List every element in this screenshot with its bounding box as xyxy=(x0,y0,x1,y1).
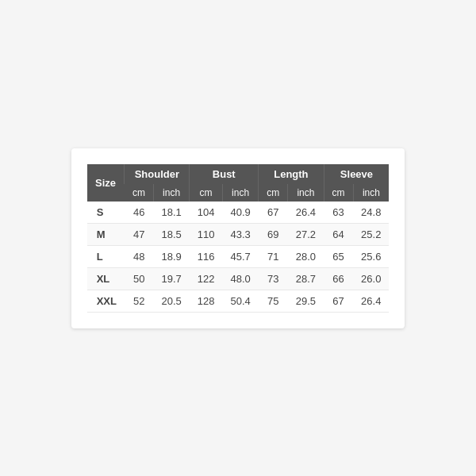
shoulder-cm-cell: 47 xyxy=(125,223,154,245)
size-cell: S xyxy=(87,202,125,224)
bust-cm-cell: 122 xyxy=(190,267,223,290)
length-cm-cell: 69 xyxy=(259,223,288,245)
table-row: M4718.511043.36927.26425.2 xyxy=(87,223,390,245)
bust-inch-cell: 50.4 xyxy=(222,290,258,312)
length-inch-header: inch xyxy=(288,184,324,202)
sleeve-inch-cell: 26.4 xyxy=(353,290,389,312)
bust-cm-cell: 110 xyxy=(190,223,223,245)
sleeve-cm-cell: 66 xyxy=(324,267,353,290)
table-row: L4818.911645.77128.06525.6 xyxy=(87,245,390,267)
shoulder-cm-cell: 50 xyxy=(125,267,154,290)
sleeve-inch-cell: 26.0 xyxy=(353,267,389,290)
shoulder-inch-header: inch xyxy=(153,184,189,202)
bust-inch-cell: 48.0 xyxy=(222,267,258,290)
sleeve-cm-header: cm xyxy=(324,184,353,202)
length-cm-cell: 67 xyxy=(259,202,288,224)
length-inch-cell: 26.4 xyxy=(288,202,324,224)
shoulder-cm-cell: 46 xyxy=(125,202,154,224)
sleeve-cm-cell: 64 xyxy=(324,223,353,245)
shoulder-inch-cell: 18.5 xyxy=(153,223,189,245)
shoulder-group-header: Shoulder xyxy=(125,164,190,184)
sleeve-inch-cell: 24.8 xyxy=(353,202,389,224)
sleeve-cm-cell: 65 xyxy=(324,245,353,267)
size-chart-container: Size Shoulder Bust Length Sleeve cm inch… xyxy=(71,148,405,328)
sleeve-group-header: Sleeve xyxy=(324,164,389,184)
shoulder-cm-header: cm xyxy=(125,184,154,202)
bust-cm-cell: 104 xyxy=(190,202,223,224)
length-cm-cell: 73 xyxy=(259,267,288,290)
bust-inch-cell: 45.7 xyxy=(222,245,258,267)
size-cell: M xyxy=(87,223,125,245)
table-row: XXL5220.512850.47529.56726.4 xyxy=(87,290,390,312)
size-cell: L xyxy=(87,245,125,267)
bust-inch-header: inch xyxy=(222,184,258,202)
length-inch-cell: 28.7 xyxy=(288,267,324,290)
size-chart-table: Size Shoulder Bust Length Sleeve cm inch… xyxy=(87,164,390,313)
length-inch-cell: 28.0 xyxy=(288,245,324,267)
sleeve-inch-cell: 25.6 xyxy=(353,245,389,267)
bust-cm-cell: 128 xyxy=(190,290,223,312)
bust-inch-cell: 43.3 xyxy=(222,223,258,245)
size-cell: XXL xyxy=(87,290,125,312)
table-row: XL5019.712248.07328.76626.0 xyxy=(87,267,390,290)
shoulder-inch-cell: 18.9 xyxy=(153,245,189,267)
shoulder-inch-cell: 19.7 xyxy=(153,267,189,290)
bust-cm-cell: 116 xyxy=(190,245,223,267)
bust-group-header: Bust xyxy=(190,164,259,184)
shoulder-cm-cell: 48 xyxy=(125,245,154,267)
length-group-header: Length xyxy=(259,164,324,184)
size-cell: XL xyxy=(87,267,125,290)
shoulder-cm-cell: 52 xyxy=(125,290,154,312)
shoulder-inch-cell: 18.1 xyxy=(153,202,189,224)
shoulder-inch-cell: 20.5 xyxy=(153,290,189,312)
table-row: S4618.110440.96726.46324.8 xyxy=(87,202,390,224)
length-cm-cell: 75 xyxy=(259,290,288,312)
bust-inch-cell: 40.9 xyxy=(222,202,258,224)
bust-cm-header: cm xyxy=(190,184,223,202)
length-cm-header: cm xyxy=(259,184,288,202)
sleeve-cm-cell: 63 xyxy=(324,202,353,224)
sleeve-inch-header: inch xyxy=(353,184,389,202)
length-cm-cell: 71 xyxy=(259,245,288,267)
size-column-header: Size xyxy=(87,164,125,202)
length-inch-cell: 27.2 xyxy=(288,223,324,245)
sleeve-inch-cell: 25.2 xyxy=(353,223,389,245)
sleeve-cm-cell: 67 xyxy=(324,290,353,312)
length-inch-cell: 29.5 xyxy=(288,290,324,312)
